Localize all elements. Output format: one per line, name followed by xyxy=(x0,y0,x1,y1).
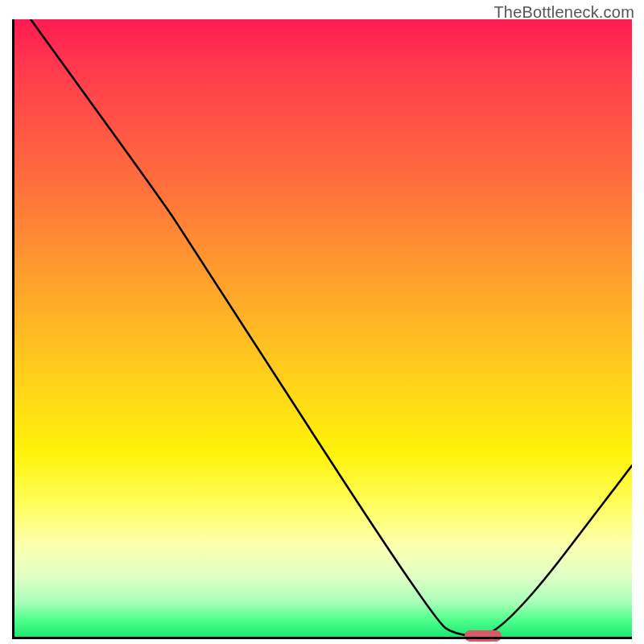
bottleneck-chart xyxy=(12,19,632,639)
bottleneck-curve-path xyxy=(31,19,632,636)
y-axis-line xyxy=(12,19,14,639)
watermark-text: TheBottleneck.com xyxy=(493,3,634,22)
chart-curve-svg xyxy=(12,19,632,639)
x-axis-line xyxy=(12,637,632,639)
